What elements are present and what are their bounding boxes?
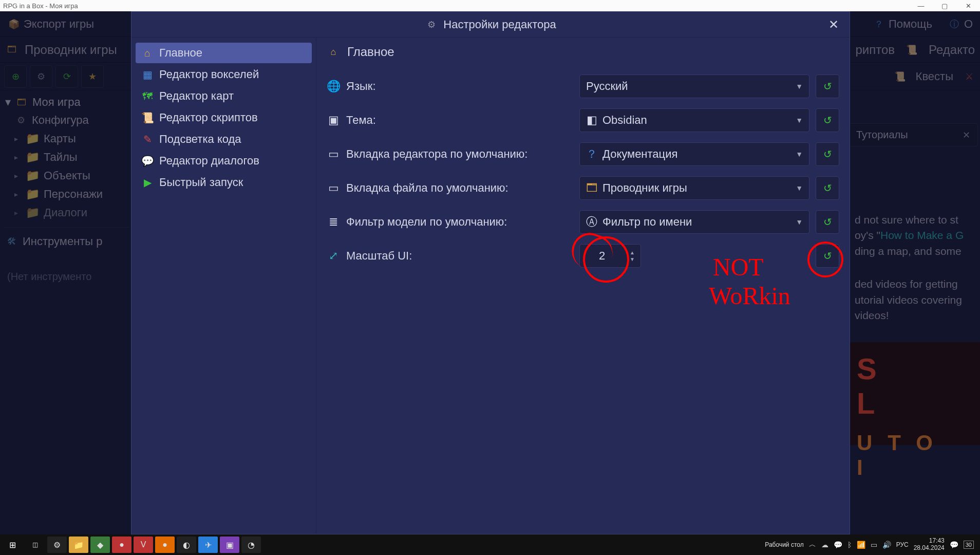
- tab-icon: ▭: [327, 147, 340, 161]
- reset-editor-tab-button[interactable]: ↺: [816, 142, 839, 166]
- swatch-icon: ◧: [586, 114, 597, 127]
- reset-language-button[interactable]: ↺: [816, 75, 839, 98]
- tray-wifi-icon[interactable]: 📶: [857, 541, 865, 549]
- taskbar-app-telegram[interactable]: ✈: [198, 536, 218, 553]
- dropdown-value: Проводник игры: [602, 181, 687, 195]
- taskbar-app-explorer[interactable]: 📁: [69, 536, 88, 553]
- settings-section-header: ⌂ Главное: [327, 45, 839, 59]
- taskbar-app-settings[interactable]: ⚙: [47, 536, 67, 553]
- task-view-button[interactable]: ◫: [25, 535, 45, 554]
- ui-scale-spinner[interactable]: 2 ▲▼: [579, 244, 641, 268]
- modal-titlebar: ⚙ Настройки редактора ✕: [131, 12, 850, 38]
- chevron-up-icon[interactable]: ︿: [809, 540, 816, 549]
- taskbar-app-vivaldi[interactable]: V: [134, 536, 153, 553]
- reset-icon: ↺: [823, 148, 832, 160]
- start-button[interactable]: ⊞: [2, 535, 23, 554]
- minimize-button[interactable]: —: [909, 0, 933, 11]
- taskbar-app-orange[interactable]: ●: [155, 536, 175, 553]
- chevron-down-icon: ▼: [630, 257, 635, 262]
- category-quick-launch[interactable]: ▶ Быстрый запуск: [136, 172, 312, 193]
- system-tray: Рабочий стол ︿ ☁ 💬 ᛒ 📶 ▭ 🔊 РУС 17:43 28.…: [765, 538, 978, 552]
- taskbar-app-purple[interactable]: ▣: [220, 536, 239, 553]
- chevron-down-icon: ▼: [796, 116, 803, 124]
- category-map-editor[interactable]: 🗺 Редактор карт: [136, 86, 312, 106]
- category-label: Редактор диалогов: [159, 154, 259, 168]
- chevron-down-icon: ▼: [796, 218, 803, 226]
- category-dialog-editor[interactable]: 💬 Редактор диалогов: [136, 151, 312, 171]
- dropdown-value: Obsidian: [602, 114, 647, 127]
- tray-time: 17:43: [914, 538, 945, 545]
- spinner-arrows[interactable]: ▲▼: [624, 250, 640, 262]
- reset-model-filter-button[interactable]: ↺: [816, 210, 839, 234]
- chevron-down-icon: ▼: [796, 82, 803, 90]
- settings-icon: ⚙: [425, 18, 438, 31]
- maximize-button[interactable]: ▢: [933, 0, 956, 11]
- ui-scale-value: 2: [580, 249, 624, 263]
- desktop-peek-label[interactable]: Рабочий стол: [765, 541, 803, 548]
- tray-date: 28.04.2024: [914, 545, 945, 552]
- dropdown-value: Русский: [586, 80, 628, 93]
- chevron-down-icon: ▼: [796, 150, 803, 158]
- model-filter-dropdown[interactable]: Ⓐ Фильтр по имени ▼: [579, 210, 809, 234]
- settings-category-list: ⌂ Главное ▦ Редактор вокселей 🗺 Редактор…: [131, 38, 316, 534]
- setting-row-file-tab: ▭Вкладка файла по умолчанию: 🗔 Проводник…: [327, 176, 839, 200]
- editor-settings-modal: ⚙ Настройки редактора ✕ ⌂ Главное ▦ Реда…: [131, 11, 850, 534]
- reset-file-tab-button[interactable]: ↺: [816, 176, 839, 200]
- tray-cloud-icon[interactable]: ☁: [821, 541, 828, 549]
- setting-label: Вкладка файла по умолчанию:: [346, 181, 508, 195]
- modal-close-button[interactable]: ✕: [825, 16, 842, 33]
- category-script-editor[interactable]: 📜 Редактор скриптов: [136, 107, 312, 128]
- reset-icon: ↺: [823, 250, 832, 262]
- taskbar-app-green[interactable]: ◆: [90, 536, 110, 553]
- taskbar-app-red[interactable]: ●: [112, 536, 131, 553]
- settings-detail-pane: ⌂ Главное 🌐Язык: Русский ▼ ↺ ▣Тема: ◧ Ob…: [316, 38, 850, 534]
- os-titlebar: RPG in a Box - Моя игра — ▢ ✕: [0, 0, 980, 11]
- tray-chat-icon[interactable]: 💬: [834, 541, 842, 549]
- voxel-icon: ▦: [141, 68, 154, 81]
- map-icon: 🗺: [141, 90, 154, 102]
- setting-row-editor-tab: ▭Вкладка редактора по умолчанию: ？ Докум…: [327, 142, 839, 166]
- language-dropdown[interactable]: Русский ▼: [579, 75, 809, 98]
- window-title: RPG in a Box - Моя игра: [3, 2, 78, 10]
- reset-icon: ↺: [823, 80, 832, 92]
- editor-tab-dropdown[interactable]: ？ Документация ▼: [579, 142, 809, 166]
- modal-title-text: Настройки редактора: [443, 18, 556, 31]
- abc-icon: Ⓐ: [586, 214, 597, 230]
- theme-dropdown[interactable]: ◧ Obsidian ▼: [579, 108, 809, 132]
- category-label: Подсветка кода: [159, 133, 241, 146]
- taskbar-app-dark[interactable]: ◔: [241, 536, 261, 553]
- reset-theme-button[interactable]: ↺: [816, 108, 839, 132]
- setting-label: Фильтр модели по умолчанию:: [346, 215, 507, 229]
- category-voxel-editor[interactable]: ▦ Редактор вокселей: [136, 64, 312, 85]
- taskbar-app-steam[interactable]: ◐: [177, 536, 196, 553]
- dialog-icon: 💬: [141, 155, 154, 167]
- close-window-button[interactable]: ✕: [956, 0, 980, 11]
- dropdown-value: Фильтр по имени: [602, 215, 692, 229]
- setting-row-model-filter: ≣Фильтр модели по умолчанию: Ⓐ Фильтр по…: [327, 210, 839, 234]
- chevron-down-icon: ▼: [796, 184, 803, 192]
- scale-icon: ⤢: [327, 249, 340, 263]
- tray-language[interactable]: РУС: [896, 541, 909, 548]
- explorer-icon: 🗔: [586, 181, 597, 195]
- setting-label: Масштаб UI:: [346, 249, 412, 263]
- category-main[interactable]: ⌂ Главное: [136, 43, 312, 63]
- tray-calendar-day[interactable]: 30: [964, 541, 974, 549]
- doc-icon: ？: [586, 146, 597, 162]
- category-syntax-highlight[interactable]: ✎ Подсветка кода: [136, 129, 312, 150]
- category-label: Быстрый запуск: [159, 176, 243, 189]
- tray-bluetooth-icon[interactable]: ᛒ: [847, 541, 852, 549]
- tray-clock[interactable]: 17:43 28.04.2024: [914, 538, 945, 552]
- category-label: Редактор карт: [159, 89, 234, 103]
- tab-icon: ▭: [327, 181, 340, 195]
- tray-volume-icon[interactable]: 🔊: [882, 541, 891, 549]
- tray-battery-icon[interactable]: ▭: [871, 541, 877, 549]
- file-tab-dropdown[interactable]: 🗔 Проводник игры ▼: [579, 176, 809, 200]
- category-label: Редактор скриптов: [159, 111, 258, 124]
- reset-ui-scale-button[interactable]: ↺: [816, 244, 839, 268]
- script-icon: 📜: [141, 112, 154, 124]
- tray-notifications-icon[interactable]: 💬: [950, 541, 958, 549]
- window-buttons: — ▢ ✕: [909, 0, 980, 11]
- modal-body: ⌂ Главное ▦ Редактор вокселей 🗺 Редактор…: [131, 38, 850, 534]
- setting-row-theme: ▣Тема: ◧ Obsidian ▼ ↺: [327, 108, 839, 132]
- setting-label: Язык:: [346, 80, 376, 93]
